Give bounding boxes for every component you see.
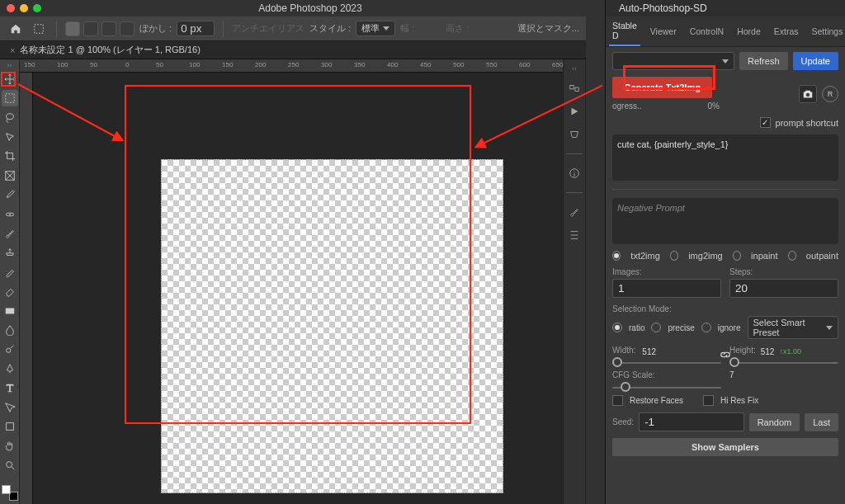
selmode-precise[interactable] bbox=[651, 323, 661, 332]
smart-preset-select[interactable]: Select Smart Preset bbox=[748, 316, 838, 339]
healing-brush-tool[interactable] bbox=[2, 206, 18, 222]
panel-title: Auto-Photoshop-SD bbox=[612, 0, 714, 17]
pen-tool[interactable] bbox=[2, 360, 18, 376]
blur-tool[interactable] bbox=[2, 322, 18, 337]
info-icon[interactable] bbox=[567, 166, 582, 181]
tab-horde[interactable]: Horde bbox=[734, 22, 764, 40]
color-panel-icon[interactable] bbox=[567, 81, 582, 96]
tab-close-icon[interactable]: × bbox=[10, 45, 15, 55]
swatch-icon[interactable] bbox=[567, 127, 582, 142]
lasso-tool[interactable] bbox=[2, 110, 18, 125]
cfg-slider[interactable] bbox=[612, 387, 721, 389]
home-icon[interactable] bbox=[7, 20, 25, 38]
selection-mode-buttons bbox=[65, 21, 135, 36]
svg-rect-5 bbox=[5, 308, 14, 313]
canvas-document[interactable] bbox=[161, 159, 503, 493]
move-tool[interactable] bbox=[2, 71, 18, 87]
prompt-shortcut-label: prompt shortcut bbox=[776, 118, 838, 128]
ruler-horizontal: 150 100 50 0 50 100 150 200 250 300 350 … bbox=[20, 59, 563, 73]
random-button[interactable]: Random bbox=[749, 413, 800, 431]
restore-faces-checkbox[interactable] bbox=[612, 395, 623, 406]
refresh-button[interactable]: Refresh bbox=[739, 52, 788, 70]
app-title: Adobe Photoshop 2023 bbox=[41, 2, 579, 14]
gradient-tool[interactable] bbox=[2, 303, 18, 318]
brush-tool[interactable] bbox=[2, 225, 18, 241]
svg-rect-10 bbox=[575, 87, 578, 91]
svg-point-12 bbox=[806, 92, 810, 96]
brush-settings-icon[interactable] bbox=[567, 228, 582, 243]
ruler-vertical bbox=[20, 73, 33, 504]
generate-button[interactable]: Generate Txt2Img bbox=[612, 77, 712, 98]
document-tab[interactable]: 名称未設定 1 @ 100% (レイヤー 1, RGB/16) bbox=[20, 44, 200, 56]
eraser-tool[interactable] bbox=[2, 283, 18, 299]
last-button[interactable]: Last bbox=[805, 413, 838, 431]
history-brush-tool[interactable] bbox=[2, 264, 18, 280]
link-icon[interactable] bbox=[720, 349, 731, 362]
feather-label: ぼかし : bbox=[139, 22, 172, 35]
svg-point-6 bbox=[6, 349, 10, 353]
hires-fix-checkbox[interactable] bbox=[703, 395, 714, 406]
feather-input[interactable] bbox=[177, 21, 215, 36]
dock-strip: ‹‹ bbox=[563, 59, 586, 504]
images-label: Images: bbox=[612, 267, 721, 276]
negative-prompt-input[interactable]: Negative Prompt bbox=[612, 198, 838, 244]
eyedropper-tool[interactable] bbox=[2, 186, 18, 202]
fullscreen-window[interactable] bbox=[33, 4, 41, 12]
selmode-ratio[interactable] bbox=[612, 323, 622, 332]
style-select[interactable]: 標準 bbox=[356, 21, 395, 36]
quick-select-tool[interactable] bbox=[2, 129, 18, 144]
reset-icon[interactable]: R bbox=[822, 86, 838, 102]
width-slider[interactable] bbox=[612, 362, 721, 364]
marquee-tool[interactable] bbox=[2, 90, 18, 106]
dodge-tool[interactable] bbox=[2, 341, 18, 357]
prompt-shortcut-checkbox[interactable] bbox=[760, 117, 771, 128]
type-tool[interactable] bbox=[2, 380, 18, 396]
svg-rect-9 bbox=[570, 86, 574, 89]
seed-input[interactable] bbox=[639, 412, 744, 431]
hand-tool[interactable] bbox=[2, 438, 18, 454]
selmode-ignore[interactable] bbox=[701, 323, 711, 332]
frame-tool[interactable] bbox=[2, 167, 18, 183]
mode-txt2img[interactable] bbox=[612, 251, 621, 261]
mode-inpaint[interactable] bbox=[733, 251, 741, 261]
svg-rect-0 bbox=[35, 24, 44, 33]
prompt-input[interactable]: cute cat, {painterly_style_1} bbox=[612, 134, 838, 181]
selection-subtract[interactable] bbox=[101, 21, 116, 36]
steps-label: Steps: bbox=[729, 267, 838, 276]
tab-controlnet[interactable]: ControlN bbox=[687, 22, 727, 40]
zoom-tool[interactable] bbox=[2, 457, 18, 473]
traffic-lights[interactable] bbox=[7, 4, 41, 12]
tab-settings[interactable]: Settings bbox=[809, 22, 846, 40]
width-label: 幅 : bbox=[400, 22, 414, 35]
images-input[interactable] bbox=[612, 279, 721, 298]
model-dropdown[interactable] bbox=[612, 52, 734, 70]
path-tool[interactable] bbox=[2, 399, 18, 415]
artboard[interactable] bbox=[33, 73, 563, 504]
selection-add[interactable] bbox=[83, 21, 98, 36]
play-icon[interactable] bbox=[567, 104, 582, 119]
steps-input[interactable] bbox=[729, 279, 838, 298]
height-slider[interactable] bbox=[729, 362, 838, 364]
minimize-window[interactable] bbox=[20, 4, 28, 12]
close-window[interactable] bbox=[7, 4, 15, 12]
selection-new[interactable] bbox=[65, 21, 80, 36]
panel-tabs: Stable D Viewer ControlN Horde Extras Se… bbox=[606, 16, 845, 47]
show-samplers-button[interactable]: Show Samplers bbox=[612, 438, 838, 456]
clone-stamp-tool[interactable] bbox=[2, 245, 18, 261]
mode-outpaint[interactable] bbox=[788, 251, 796, 261]
mode-img2img[interactable] bbox=[670, 251, 678, 261]
select-and-mask[interactable]: 選択とマスク... bbox=[517, 22, 579, 35]
tab-viewer[interactable]: Viewer bbox=[647, 22, 680, 40]
shape-tool[interactable] bbox=[2, 418, 18, 434]
selection-mode-label: Selection Mode: bbox=[612, 304, 838, 313]
crop-tool[interactable] bbox=[2, 148, 18, 164]
update-button[interactable]: Update bbox=[793, 52, 838, 70]
tab-stable-d[interactable]: Stable D bbox=[609, 16, 640, 46]
tab-extras[interactable]: Extras bbox=[771, 22, 802, 40]
brush-panel-icon[interactable] bbox=[567, 205, 582, 219]
selection-intersect[interactable] bbox=[120, 21, 135, 36]
foreground-background-colors[interactable] bbox=[2, 485, 18, 501]
style-label: スタイル : bbox=[309, 22, 351, 35]
camera-icon[interactable] bbox=[799, 85, 817, 103]
marquee-icon[interactable] bbox=[30, 20, 48, 38]
